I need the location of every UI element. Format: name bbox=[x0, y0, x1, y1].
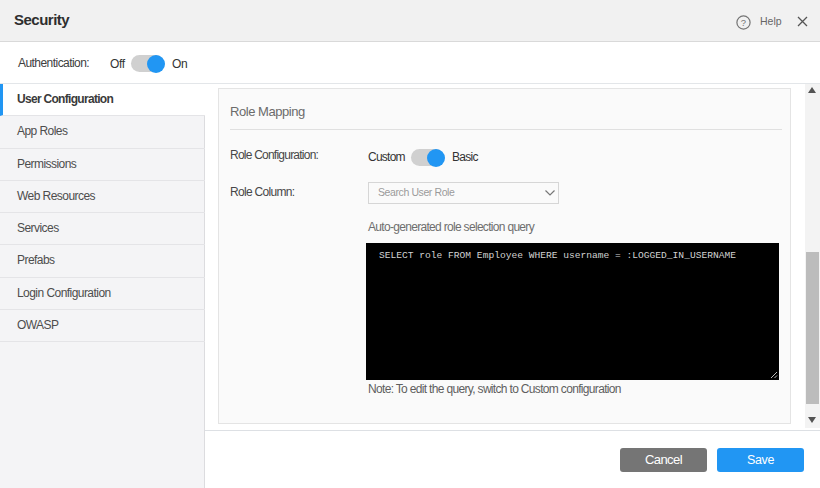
svg-text:?: ? bbox=[741, 17, 746, 28]
